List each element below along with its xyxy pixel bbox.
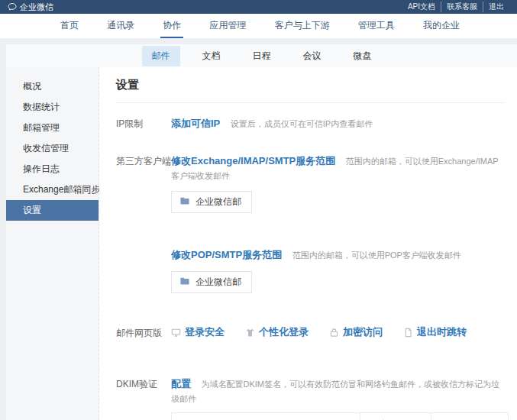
encrypted-access-link[interactable]: 加密访问 bbox=[329, 325, 383, 339]
body-area: 概况 数据统计 邮箱管理 收发信管理 操作日志 Exchange邮箱同步 设置 … bbox=[6, 67, 517, 420]
nav-item-customers[interactable]: 客户与上下游 bbox=[273, 14, 332, 38]
ip-limit-label: IP限制 bbox=[116, 116, 171, 131]
exchange-chip-label: 企业微信邮 bbox=[195, 195, 241, 208]
dkim-label: DKIM验证 bbox=[116, 376, 171, 391]
nav-item-home[interactable]: 首页 bbox=[58, 14, 81, 38]
column-header-status: 状态 bbox=[360, 413, 431, 420]
sidebar-item-exchange-sync[interactable]: Exchange邮箱同步 bbox=[6, 179, 99, 200]
login-security-link[interactable]: 登录安全 bbox=[171, 325, 225, 339]
section-dkim: DKIM验证 配置 为域名配置DKIM签名，可以有效防范仿冒和网络钓鱼邮件，或被… bbox=[116, 376, 505, 420]
section-third-party: 第三方客户端 修改Exchange/IMAP/SMTP服务范围 范围内的邮箱，可… bbox=[116, 153, 505, 293]
logout-redirect-link[interactable]: 退出时跳转 bbox=[403, 325, 467, 339]
section-ip-limit: IP限制 添加可信IP 设置后，成员仅可在可信IP内查看邮件 bbox=[116, 116, 505, 131]
personalized-login-link[interactable]: 个性化登录 bbox=[245, 325, 309, 339]
page-icon bbox=[403, 328, 413, 338]
main-nav: 首页 通讯录 协作 应用管理 客户与上下游 管理工具 我的企业 bbox=[0, 14, 517, 38]
top-bar: 企业微信 API文档 联系客服 退出 bbox=[0, 0, 517, 14]
dkim-desc: 为域名配置DKIM签名，可以有效防范仿冒和网络钓鱼邮件，或被收信方标记为垃圾邮件 bbox=[171, 380, 499, 403]
exchange-scope-chip[interactable]: 企业微信邮 bbox=[171, 191, 252, 213]
settings-content: 设置 IP限制 添加可信IP 设置后，成员仅可在可信IP内查看邮件 第三方客户端… bbox=[99, 67, 517, 420]
sidebar-item-overview[interactable]: 概况 bbox=[6, 76, 99, 97]
dkim-configure-link[interactable]: 配置 bbox=[171, 378, 191, 389]
contact-support-link[interactable]: 联系客服 bbox=[441, 2, 483, 12]
subtab-docs[interactable]: 文档 bbox=[192, 46, 231, 66]
column-header-action: 操作 bbox=[431, 413, 508, 420]
webmail-label: 邮件网页版 bbox=[116, 325, 171, 340]
dkim-domain-table: 域名 状态 操作 988666.club 已验证 查看配置 bbox=[171, 412, 509, 420]
pop-scope-chip[interactable]: 企业微信邮 bbox=[171, 271, 252, 293]
sidebar: 概况 数据统计 邮箱管理 收发信管理 操作日志 Exchange邮箱同步 设置 bbox=[6, 67, 99, 420]
monitor-icon bbox=[171, 328, 181, 338]
ip-limit-desc: 设置后，成员仅可在可信IP内查看邮件 bbox=[231, 119, 373, 128]
section-webmail: 邮件网页版 登录安全 bbox=[116, 325, 505, 340]
shirt-icon bbox=[245, 328, 255, 338]
nav-item-collaboration[interactable]: 协作 bbox=[160, 14, 183, 38]
app-logo-text: 企业微信 bbox=[20, 2, 53, 13]
subtab-calendar[interactable]: 日程 bbox=[243, 46, 281, 66]
sidebar-item-send-receive[interactable]: 收发信管理 bbox=[6, 138, 99, 159]
pop-scope-desc: 范围内的邮箱，可以使用POP客户端收发邮件 bbox=[292, 250, 461, 260]
subtab-meeting[interactable]: 会议 bbox=[293, 46, 331, 66]
chat-bubble-icon bbox=[8, 2, 17, 11]
api-docs-link[interactable]: API文档 bbox=[402, 2, 441, 12]
nav-item-contacts[interactable]: 通讯录 bbox=[105, 14, 137, 38]
nav-item-my-company[interactable]: 我的企业 bbox=[421, 14, 462, 38]
exchange-scope-link[interactable]: 修改Exchange/IMAP/SMTP服务范围 bbox=[171, 155, 335, 166]
logout-link[interactable]: 退出 bbox=[483, 2, 509, 12]
nav-item-admin-tools[interactable]: 管理工具 bbox=[356, 14, 397, 38]
third-party-label: 第三方客户端 bbox=[116, 153, 171, 168]
lock-icon bbox=[329, 328, 339, 338]
pop-chip-label: 企业微信邮 bbox=[195, 276, 241, 289]
topbar-links: API文档 联系客服 退出 bbox=[402, 2, 509, 12]
page-title: 设置 bbox=[116, 78, 505, 103]
main-panel: 邮件 文档 日程 会议 微盘 概况 数据统计 邮箱管理 收发信管理 操作日志 E… bbox=[6, 44, 517, 420]
folder-icon bbox=[179, 195, 190, 208]
app-logo[interactable]: 企业微信 bbox=[8, 2, 53, 13]
subtab-bar: 邮件 文档 日程 会议 微盘 bbox=[6, 44, 517, 67]
column-header-domain: 域名 bbox=[172, 413, 360, 420]
sidebar-item-statistics[interactable]: 数据统计 bbox=[6, 97, 99, 118]
pop-scope-link[interactable]: 修改POP/SMTP服务范围 bbox=[171, 249, 282, 260]
sidebar-item-mailbox-management[interactable]: 邮箱管理 bbox=[6, 118, 99, 138]
sidebar-item-settings[interactable]: 设置 bbox=[6, 200, 99, 221]
sidebar-item-operation-log[interactable]: 操作日志 bbox=[6, 159, 99, 179]
nav-item-apps[interactable]: 应用管理 bbox=[207, 14, 248, 38]
add-trusted-ip-link[interactable]: 添加可信IP bbox=[171, 118, 220, 129]
folder-icon bbox=[179, 276, 190, 289]
subtab-drive[interactable]: 微盘 bbox=[344, 46, 382, 66]
subtab-mail[interactable]: 邮件 bbox=[142, 46, 180, 66]
